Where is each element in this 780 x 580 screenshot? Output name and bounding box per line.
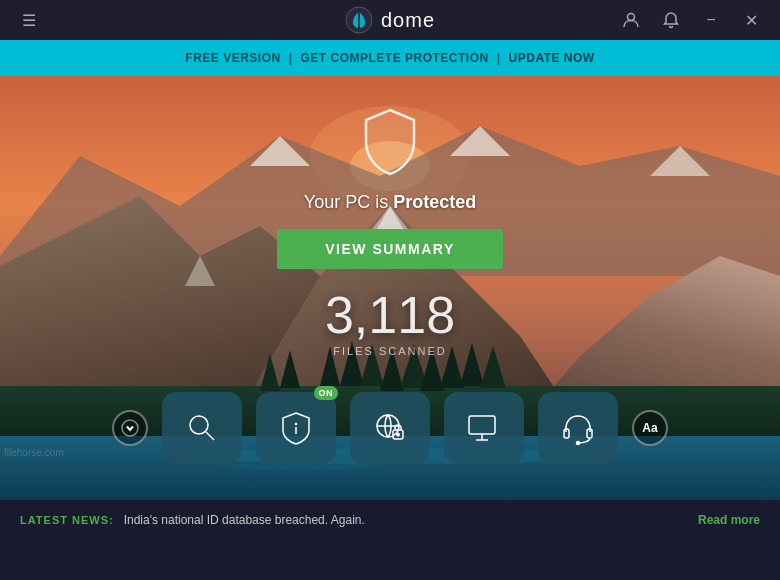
svg-point-46	[577, 442, 580, 445]
hamburger-menu-button[interactable]: ☰	[10, 1, 48, 39]
promo-free-version: FREE VERSION	[185, 51, 280, 65]
support-feature-button[interactable]	[538, 392, 618, 464]
svg-point-40	[397, 433, 399, 435]
dome-logo-icon	[345, 6, 373, 34]
app-title: dome	[381, 9, 435, 32]
promo-bar: FREE VERSION | GET COMPLETE PROTECTION |…	[0, 40, 780, 76]
accessibility-button[interactable]: Aa	[632, 410, 668, 446]
news-label: LATEST NEWS:	[20, 514, 114, 526]
feature-icons-row: ON	[0, 392, 780, 464]
web-protection-feature-button[interactable]	[350, 392, 430, 464]
promo-divider-1: |	[289, 51, 293, 65]
shield-icon	[358, 106, 422, 178]
antivirus-feature-button[interactable]	[162, 392, 242, 464]
svg-rect-41	[469, 416, 495, 434]
watermark: filehorse.com	[0, 447, 67, 458]
svg-point-1	[628, 14, 635, 21]
files-count: 3,118	[325, 289, 455, 341]
files-label: FILES SCANNED	[333, 345, 446, 357]
view-summary-button[interactable]: VIEW SUMMARY	[277, 229, 502, 269]
update-now-link[interactable]: UPDATE NOW	[509, 51, 595, 65]
shield-info-icon	[278, 410, 314, 446]
svg-point-33	[190, 416, 208, 434]
headset-icon	[560, 410, 596, 446]
svg-point-32	[122, 420, 138, 436]
monitor-icon	[466, 410, 502, 446]
svg-line-34	[206, 432, 214, 440]
notifications-button[interactable]	[652, 1, 690, 39]
device-control-feature-button[interactable]	[444, 392, 524, 464]
on-badge: ON	[314, 386, 339, 400]
get-protection-link[interactable]: GET COMPLETE PROTECTION	[301, 51, 489, 65]
globe-lock-icon	[372, 410, 408, 446]
news-text: India's national ID database breached. A…	[124, 513, 688, 527]
news-bar: LATEST NEWS: India's national ID databas…	[0, 500, 780, 540]
promo-divider-2: |	[497, 51, 501, 65]
status-text: Your PC is Protected	[304, 192, 476, 213]
read-more-link[interactable]: Read more	[698, 513, 760, 527]
shield-container	[358, 106, 422, 182]
title-bar: ☰ dome − ✕	[0, 0, 780, 40]
minimize-button[interactable]: −	[692, 1, 730, 39]
search-icon	[184, 410, 220, 446]
user-profile-button[interactable]	[612, 1, 650, 39]
close-button[interactable]: ✕	[732, 1, 770, 39]
scroll-down-button[interactable]	[112, 410, 148, 446]
main-content-area: Your PC is Protected VIEW SUMMARY 3,118 …	[0, 76, 780, 500]
security-feature-button[interactable]: ON	[256, 392, 336, 464]
